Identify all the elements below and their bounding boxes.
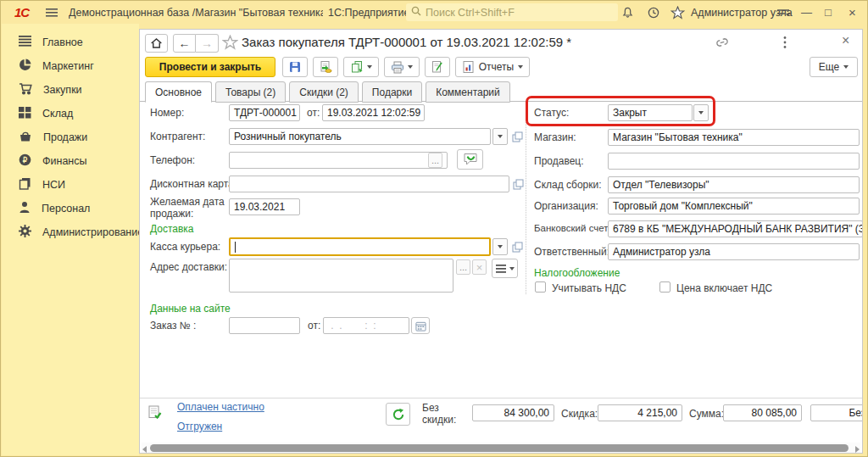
sidebar-item-purchases[interactable]: Закупки	[2, 78, 139, 102]
post-and-close-button[interactable]: Провести и закрыть	[145, 57, 275, 77]
app-window: 1С Демонстрационная база /Магазин "Бытов…	[0, 0, 868, 457]
search-placeholder: Поиск Ctrl+Shift+F	[426, 7, 515, 19]
nav-history-group: ← →	[173, 34, 219, 53]
delivery-address-textarea[interactable]	[229, 259, 453, 293]
paid-status-link[interactable]: Оплачен частично	[177, 401, 264, 413]
site-order-date-field[interactable]: . . : :	[323, 317, 409, 334]
favorites-star-icon[interactable]	[670, 1, 685, 24]
post-document-button[interactable]	[313, 57, 338, 77]
service-menu-icon[interactable]	[776, 1, 791, 24]
sidebar-item-warehouse[interactable]: Склад	[2, 102, 139, 125]
courier-cash-open-icon[interactable]	[510, 239, 524, 254]
print-button[interactable]	[384, 57, 420, 77]
calendar-icon[interactable]	[411, 317, 430, 334]
vat-included-checkbox[interactable]	[659, 281, 670, 293]
sidebar-item-administration[interactable]: Администрирование	[2, 220, 139, 244]
sidebar-item-finance[interactable]: ₽ Финансы	[2, 149, 139, 173]
responsible-label: Ответственный:	[534, 246, 609, 258]
address-clear-button[interactable]: ×	[472, 259, 487, 275]
tab-main[interactable]: Основное	[145, 81, 212, 103]
back-button[interactable]: ←	[173, 34, 196, 53]
sidebar-item-nsi[interactable]: НСИ	[2, 173, 139, 197]
close-window-button[interactable]: ×	[849, 1, 856, 24]
person-icon	[19, 201, 31, 216]
sidebar-item-sales[interactable]: Продажи	[2, 125, 139, 149]
store-field[interactable]: Магазин "Бытовая техника"	[608, 129, 860, 146]
site-order-date-label: от:	[308, 320, 320, 332]
phone-more-button[interactable]: ...	[428, 153, 442, 168]
shipped-status-link[interactable]: Отгружен	[177, 421, 222, 432]
basket-icon	[19, 130, 32, 145]
site-order-field[interactable]	[229, 317, 300, 334]
save-button[interactable]	[282, 57, 308, 77]
get-link-icon[interactable]	[715, 36, 730, 52]
assembly-warehouse-field[interactable]: Отдел "Телевизоры"	[608, 176, 860, 193]
organization-field[interactable]: Торговый дом "Комплексный"	[608, 198, 860, 215]
status-dropdown-button[interactable]	[693, 104, 709, 121]
pie-chart-icon	[19, 59, 31, 74]
vat-checkbox[interactable]	[535, 281, 546, 293]
edit-button[interactable]	[425, 57, 450, 77]
global-search-input[interactable]: Поиск Ctrl+Shift+F	[406, 3, 618, 21]
responsible-field[interactable]: Администратор узла	[608, 243, 860, 260]
scroll-left-arrow[interactable]	[142, 446, 147, 453]
vat-included-checkbox-label: Цена включает НДС	[676, 282, 772, 294]
refresh-button[interactable]	[386, 403, 410, 426]
status-field[interactable]: Закрыт	[608, 104, 693, 121]
scroll-right-arrow[interactable]	[855, 446, 860, 453]
history-icon[interactable]	[647, 1, 660, 24]
menu-lines-icon	[19, 36, 31, 49]
delivery-section-header: Доставка	[150, 223, 194, 235]
discount-card-label: Дисконтная карта:	[150, 178, 236, 190]
total-field: 80 085,00	[723, 404, 802, 421]
contragent-field[interactable]: Розничный покупатель	[229, 128, 491, 145]
maximize-button[interactable]: □	[825, 1, 832, 24]
tab-comment[interactable]: Комментарий	[426, 81, 510, 103]
tab-goods[interactable]: Товары (2)	[215, 81, 286, 103]
sidebar-item-personnel[interactable]: Персонал	[2, 197, 139, 220]
tab-gifts[interactable]: Подарки	[362, 81, 422, 103]
reports-button[interactable]: Отчеты	[455, 57, 530, 77]
courier-cash-dropdown-button[interactable]	[492, 238, 508, 255]
phone-label: Телефон:	[150, 154, 195, 166]
favorite-star-icon[interactable]	[222, 35, 238, 53]
contragent-dropdown-button[interactable]	[492, 128, 508, 145]
document-status-icon	[147, 405, 162, 423]
number-date-field[interactable]: 19.03.2021 12:02:59	[322, 104, 425, 121]
sidebar-item-main[interactable]: Главное	[2, 31, 139, 54]
sidebar-item-marketing[interactable]: Маркетинг	[2, 54, 139, 78]
desired-date-field[interactable]: 19.03.2021	[229, 198, 300, 215]
columns-divider	[526, 101, 526, 294]
phone-field[interactable]	[229, 152, 448, 169]
number-field[interactable]: ТДРТ-000001	[229, 104, 300, 121]
main-menu-icon[interactable]	[45, 1, 58, 24]
footer-divider	[140, 398, 862, 398]
address-variants-button[interactable]	[492, 259, 518, 278]
discount-card-field[interactable]	[229, 176, 509, 192]
forward-button[interactable]: →	[196, 34, 219, 53]
contragent-open-icon[interactable]	[510, 129, 524, 144]
more-button[interactable]: Еще	[810, 57, 858, 77]
address-more-button[interactable]: ...	[456, 259, 470, 275]
discount-card-open-icon[interactable]	[511, 176, 525, 192]
copy-button[interactable]	[343, 57, 379, 77]
scrollbar-thumb[interactable]	[150, 444, 849, 452]
tab-discounts[interactable]: Скидки (2)	[289, 81, 359, 103]
seller-label: Продавец:	[534, 155, 584, 167]
courier-cash-field[interactable]	[229, 237, 491, 256]
bank-account-label: Банковский счет:	[534, 223, 611, 233]
total-label: Сумма:	[689, 408, 724, 420]
home-button[interactable]	[145, 34, 168, 53]
send-sms-button[interactable]	[457, 149, 483, 170]
no-discount-label: Без скидки:	[422, 402, 471, 426]
notifications-bell-icon[interactable]	[621, 1, 634, 24]
vat-mode-field: Без НДС	[810, 404, 863, 421]
svg-text:₽: ₽	[23, 156, 28, 164]
close-form-icon[interactable]: ×	[842, 33, 849, 48]
seller-field[interactable]	[608, 153, 860, 170]
minimize-button[interactable]: —	[801, 1, 812, 24]
bank-account-field[interactable]: 6789 в КБ "МЕЖДУНАРОДНЫЙ БАНК РАЗВИТИЯ" …	[608, 220, 863, 237]
site-order-label: Заказ № :	[150, 320, 196, 332]
kebab-menu-icon[interactable]	[782, 36, 787, 53]
ruble-circle-icon: ₽	[19, 153, 31, 169]
